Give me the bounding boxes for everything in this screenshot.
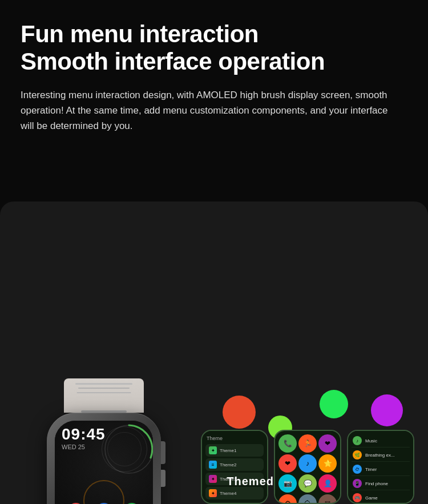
watch-case: 09:45 WED 25 ❤ 🏃 ♪ bbox=[47, 413, 161, 504]
main-title: Fun menu interaction Smooth interface op… bbox=[21, 21, 407, 76]
app-user: 👤 bbox=[318, 474, 337, 493]
screenshot-theme-card: Theme ✦ Theme1 ≡ Theme2 ✦ Theme3 ✦ Theme… bbox=[201, 430, 268, 504]
icon-music: ♪ bbox=[353, 436, 362, 445]
screenshot-list-card: ♪ Music 🌿 Breathing ex... ⏱ Timer 📱 Find… bbox=[347, 430, 414, 504]
theme-item-1: ✦ Theme1 bbox=[205, 444, 264, 457]
watch-date: WED 25 bbox=[62, 443, 146, 450]
app-run: 🏃 bbox=[298, 434, 317, 453]
top-section: Fun menu interaction Smooth interface op… bbox=[0, 0, 428, 147]
theme-item-2: ≡ Theme2 bbox=[205, 458, 264, 471]
theme-label-1: Theme1 bbox=[220, 448, 236, 453]
theme-header-label: Theme bbox=[205, 436, 264, 441]
bottom-section: 09:45 WED 25 ❤ 🏃 ♪ bbox=[0, 201, 428, 504]
band-top bbox=[64, 378, 144, 413]
side-button-crown bbox=[161, 441, 165, 464]
themed-label: Themed bbox=[227, 475, 274, 488]
screenshots-grid: Theme ✦ Theme1 ≡ Theme2 ✦ Theme3 ✦ Theme… bbox=[201, 430, 414, 504]
app-weather: 🌤 bbox=[298, 494, 317, 504]
app-heart: ❤ bbox=[318, 434, 337, 453]
subtitle-text: Interesting menu interaction design, wit… bbox=[21, 87, 397, 134]
list-item-findphone: 📱 Find phone bbox=[352, 477, 410, 490]
list-text-findphone: Find phone bbox=[365, 481, 388, 486]
theme-label-4: Theme4 bbox=[220, 491, 236, 496]
watch-screen: 09:45 WED 25 ❤ 🏃 ♪ bbox=[55, 421, 153, 504]
app-star: ⭐ bbox=[318, 454, 337, 473]
icon-timer: ⏱ bbox=[353, 465, 362, 474]
theme-label-2: Theme2 bbox=[220, 462, 236, 467]
list-text-game: Game bbox=[365, 495, 378, 501]
app-phone: 📞 bbox=[278, 434, 297, 453]
app-chat: 💬 bbox=[298, 474, 317, 493]
dot-green-bright bbox=[320, 390, 348, 418]
dot-orange bbox=[223, 396, 256, 429]
app-mail: ✉ bbox=[318, 494, 337, 504]
svg-point-1 bbox=[84, 481, 124, 504]
theme-item-4: ✦ Theme4 bbox=[205, 487, 264, 499]
list-text-music: Music bbox=[365, 438, 377, 443]
app-music: ♪ bbox=[298, 454, 317, 473]
app-camera: 📷 bbox=[278, 474, 297, 493]
dot-purple bbox=[371, 394, 403, 426]
watch-time: 09:45 bbox=[62, 426, 146, 442]
icon-findphone: 📱 bbox=[353, 479, 362, 488]
list-text-breathing: Breathing ex... bbox=[365, 453, 395, 458]
list-text-timer: Timer bbox=[365, 467, 377, 472]
smartwatch: 09:45 WED 25 ❤ 🏃 ♪ bbox=[24, 378, 184, 504]
app-settings: ⚙ bbox=[278, 494, 297, 504]
icon-breathing: 🌿 bbox=[353, 450, 362, 459]
list-item-timer: ⏱ Timer bbox=[352, 463, 410, 476]
side-button-2 bbox=[161, 470, 165, 487]
list-item-music: ♪ Music bbox=[352, 434, 410, 447]
list-item-breathing: 🌿 Breathing ex... bbox=[352, 449, 410, 462]
list-item-game: 🎮 Game bbox=[352, 491, 410, 504]
app-heart2: ❤ bbox=[278, 454, 297, 473]
icon-game: 🎮 bbox=[353, 493, 362, 502]
screenshot-app-grid-1: 📞 🏃 ❤ ❤ ♪ ⭐ 📷 💬 👤 ⚙ 🌤 ✉ bbox=[274, 430, 341, 504]
